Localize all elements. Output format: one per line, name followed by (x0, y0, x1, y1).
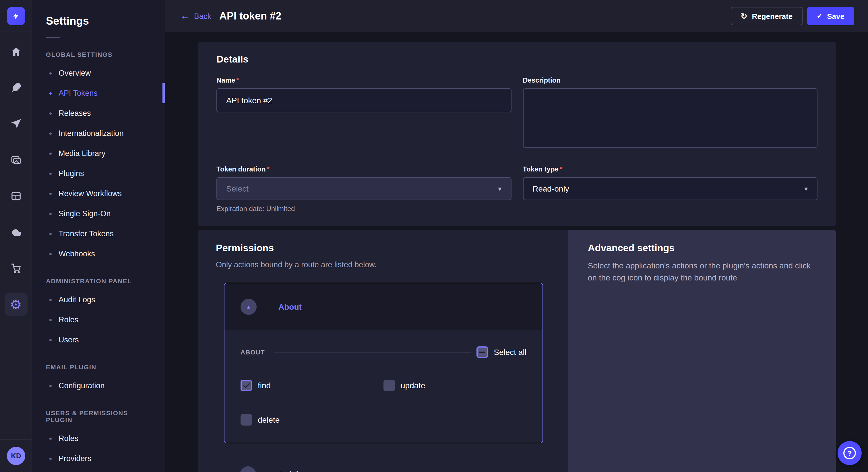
permissions-title: Permissions (216, 243, 551, 254)
bullet-icon (50, 339, 52, 341)
images-icon[interactable] (4, 148, 27, 171)
gear-icon[interactable]: ⚙ (4, 293, 27, 316)
token-type-field-group: Token type Read-only ▼ (523, 165, 817, 213)
bullet-icon (50, 152, 52, 155)
sidebar-item-plugins[interactable]: Plugins (32, 164, 165, 183)
bullet-icon (50, 437, 52, 440)
content-scroll-area[interactable]: Details Name Description Token duration … (165, 32, 868, 472)
sidebar-item-releases[interactable]: Releases (32, 103, 165, 123)
token-type-select[interactable]: Read-only ▼ (523, 177, 817, 200)
collapse-toggle-icon[interactable]: ▲ (241, 299, 257, 315)
sidebar-item-webhooks[interactable]: Webhooks (32, 244, 165, 264)
details-grid: Name Description Token duration Select ▼ (216, 76, 817, 213)
about-accordion-label: About (278, 302, 302, 311)
sidebar-item-transfer-tokens[interactable]: Transfer Tokens (32, 224, 165, 244)
select-all-checkbox[interactable] (476, 346, 488, 358)
bullet-icon (50, 458, 52, 460)
bullet-icon (50, 384, 52, 387)
question-mark-icon: ? (843, 447, 856, 460)
send-icon[interactable] (4, 112, 27, 135)
details-card: Details Name Description Token duration … (198, 42, 836, 226)
cart-icon[interactable] (4, 257, 27, 280)
token-duration-select[interactable]: Select ▼ (216, 177, 511, 200)
bullet-icon (50, 72, 52, 74)
subnav-title: Settings (46, 15, 151, 28)
sidebar-item-admin-roles[interactable]: Roles (32, 310, 165, 330)
strapi-admin-app: ⚙ KD Settings GLOBAL SETTINGS Overview A… (0, 0, 868, 472)
permissions-card: Permissions Only actions bound by a rout… (198, 230, 568, 472)
sidebar-item-audit-logs[interactable]: Audit Logs (32, 290, 165, 310)
nav-list-email: Configuration (32, 376, 165, 396)
bullet-icon (50, 299, 52, 301)
sidebar-item-email-configuration[interactable]: Configuration (32, 376, 165, 396)
save-button[interactable]: ✓ Save (807, 7, 854, 25)
back-label: Back (194, 12, 211, 20)
settings-subnav: Settings GLOBAL SETTINGS Overview API To… (32, 0, 165, 472)
sidebar-item-up-roles[interactable]: Roles (32, 429, 165, 448)
feather-icon[interactable] (4, 76, 27, 99)
sidebar-item-up-providers[interactable]: Providers (32, 448, 165, 469)
sidebar-item-single-sign-on[interactable]: Single Sign-On (32, 204, 165, 224)
article-accordion-header[interactable]: ▼ Article (224, 458, 543, 472)
home-icon[interactable] (4, 40, 27, 63)
logo-container (0, 0, 32, 32)
user-avatar[interactable]: KD (7, 447, 25, 465)
nav-list-admin: Audit Logs Roles Users (32, 290, 165, 350)
page-title: API token #2 (219, 10, 281, 22)
page-header: ← Back API token #2 ↻ Regenerate ✓ Save (165, 0, 868, 32)
token-type-value: Read-only (532, 184, 569, 193)
name-input[interactable] (216, 88, 511, 112)
chevron-down-icon: ▼ (497, 186, 503, 192)
delete-checkbox[interactable] (241, 414, 252, 426)
save-label: Save (827, 12, 844, 20)
select-all-control: Select all (476, 346, 526, 358)
subnav-header: Settings (32, 0, 165, 38)
article-accordion-label: Article (278, 470, 303, 472)
name-label: Name (216, 76, 511, 84)
find-checkbox[interactable] (241, 380, 252, 391)
main-area: ← Back API token #2 ↻ Regenerate ✓ Save … (165, 0, 868, 472)
layout-icon[interactable] (4, 185, 27, 208)
about-section-header: ABOUT Select all (241, 346, 526, 358)
sidebar-item-admin-users[interactable]: Users (32, 330, 165, 350)
token-duration-helper: Expiration date: Unlimited (216, 205, 511, 213)
about-section-label: ABOUT (241, 349, 265, 356)
advanced-settings-description: Select the application's actions or the … (588, 260, 812, 284)
bullet-icon (50, 252, 52, 255)
bullet-icon (50, 318, 52, 321)
strapi-logo-icon (11, 11, 21, 21)
update-label: update (401, 381, 425, 390)
about-accordion: ▲ About ABOUT Select all (224, 283, 543, 443)
sidebar-item-review-workflows[interactable]: Review Workflows (32, 183, 165, 204)
back-link[interactable]: ← Back (180, 11, 211, 21)
bullet-icon (50, 132, 52, 134)
help-button[interactable]: ? (838, 441, 862, 465)
find-label: find (258, 381, 271, 390)
sidebar-item-internationalization[interactable]: Internationalization (32, 123, 165, 143)
bullet-icon (50, 212, 52, 215)
sidebar-item-api-tokens[interactable]: API Tokens (32, 83, 165, 103)
permissions-row: Permissions Only actions bound by a rout… (198, 230, 836, 472)
action-checkbox-grid: find update delete (241, 380, 526, 426)
about-accordion-body: ABOUT Select all find (224, 330, 542, 443)
about-accordion-header[interactable]: ▲ About (224, 283, 542, 330)
description-textarea[interactable] (523, 88, 817, 148)
back-arrow-icon: ← (180, 11, 189, 21)
strapi-logo[interactable] (7, 7, 25, 25)
action-update: update (383, 380, 526, 391)
rail-footer: KD (0, 439, 32, 472)
advanced-settings-panel: Advanced settings Select the application… (568, 230, 836, 472)
sidebar-item-media-library[interactable]: Media Library (32, 143, 165, 164)
regenerate-label: Regenerate (752, 12, 793, 20)
regenerate-button[interactable]: ↻ Regenerate (731, 7, 802, 25)
name-field-group: Name (216, 76, 511, 150)
token-duration-value: Select (226, 184, 249, 193)
advanced-settings-title: Advanced settings (588, 243, 816, 254)
token-type-label: Token type (523, 165, 817, 173)
nav-group-email-plugin: EMAIL PLUGIN (32, 364, 165, 370)
expand-toggle-icon[interactable]: ▼ (240, 466, 256, 472)
sidebar-item-overview[interactable]: Overview (32, 63, 165, 83)
cloud-icon[interactable] (4, 221, 27, 244)
update-checkbox[interactable] (383, 380, 395, 391)
action-delete: delete (241, 414, 383, 426)
